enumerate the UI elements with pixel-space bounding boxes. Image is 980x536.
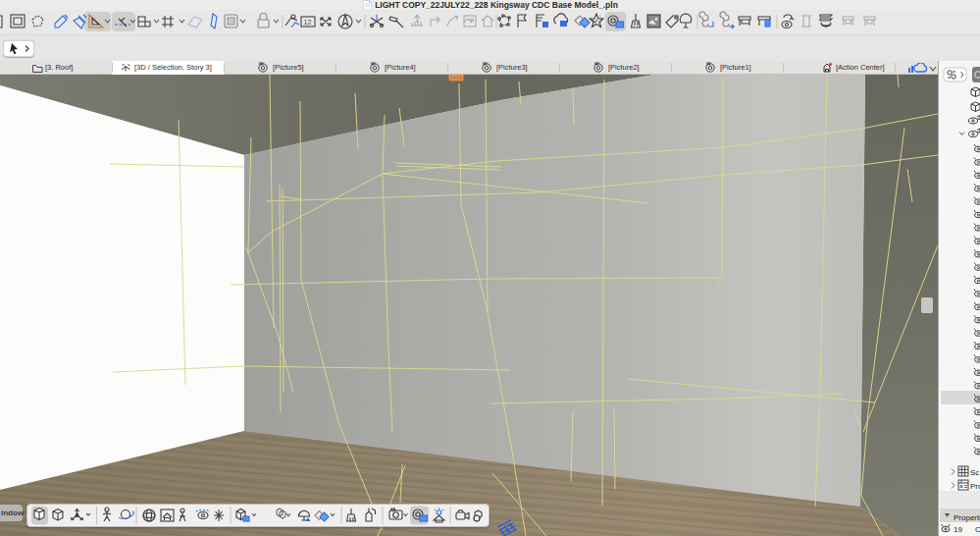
- svg-text:Sc: Sc: [970, 468, 979, 477]
- svg-text:Pro: Pro: [970, 482, 980, 491]
- svg-text:12: 12: [304, 19, 312, 26]
- svg-text:C: C: [975, 525, 980, 534]
- svg-text:19: 19: [954, 525, 962, 534]
- svg-text:Propertie: Propertie: [954, 513, 980, 522]
